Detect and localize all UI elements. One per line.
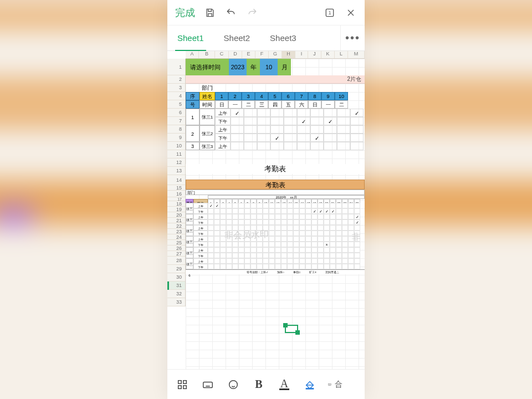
svg-rect-3 xyxy=(183,380,187,383)
row-header-29[interactable]: 29 xyxy=(167,265,185,273)
column-header-D[interactable]: D xyxy=(229,51,242,58)
row-header-7[interactable]: 7 xyxy=(167,117,185,125)
column-header-A[interactable]: A xyxy=(186,51,199,58)
column-header-H[interactable]: H xyxy=(282,51,295,58)
row-header-19[interactable]: 19 xyxy=(167,207,185,212)
row-header-27[interactable]: 27 xyxy=(167,251,185,257)
row-header-23[interactable]: 23 xyxy=(167,229,185,234)
spreadsheet-grid[interactable]: ABCDEFGHIJKLM 12345678910111213141516171… xyxy=(167,51,365,369)
merge-cells-button[interactable]: 合 xyxy=(328,377,342,392)
row-header-15[interactable]: 15 xyxy=(167,185,185,191)
bold-button[interactable]: B xyxy=(252,377,266,392)
grid-menu-icon[interactable] xyxy=(175,377,190,392)
svg-rect-8 xyxy=(329,383,331,385)
redo-icon[interactable] xyxy=(246,7,258,19)
row-header-17[interactable]: 17 xyxy=(167,197,185,201)
row-header-26[interactable]: 26 xyxy=(167,245,185,251)
svg-rect-2 xyxy=(178,380,182,383)
row-header-12[interactable]: 12 xyxy=(167,158,185,167)
row-header-22[interactable]: 22 xyxy=(167,223,185,229)
attendance-table-2: 部门2020年 xx月序号姓名1234567891011121314151617… xyxy=(186,190,365,274)
topbar: 完成 1 xyxy=(167,0,365,25)
row-header-21[interactable]: 21 xyxy=(167,218,185,223)
svg-point-7 xyxy=(229,380,238,388)
column-header-F[interactable]: F xyxy=(255,51,269,58)
row-header-8[interactable]: 8 xyxy=(167,125,185,134)
selected-cell[interactable] xyxy=(285,325,298,333)
row2-right-text: 2片仓 xyxy=(347,75,361,83)
column-header-G[interactable]: G xyxy=(269,51,282,58)
attendance-title-2-band: 考勤表 xyxy=(186,180,365,190)
emoji-icon[interactable] xyxy=(226,377,241,392)
row-header-10[interactable]: 10 xyxy=(167,142,185,150)
keyboard-icon[interactable] xyxy=(201,377,215,392)
tab-sheet2[interactable]: Sheet2 xyxy=(214,25,260,50)
tab-sheet1[interactable]: Sheet1 xyxy=(167,25,214,50)
column-header-E[interactable]: E xyxy=(242,51,255,58)
tabs-more-icon[interactable]: ••• xyxy=(340,25,365,50)
column-header-M[interactable]: M xyxy=(348,51,365,58)
row-header-28[interactable]: 28 xyxy=(167,257,185,265)
row-header-5[interactable]: 5 xyxy=(167,100,185,109)
svg-text:1: 1 xyxy=(329,10,331,16)
column-header-J[interactable]: J xyxy=(308,51,321,58)
dept-label: 部门 xyxy=(200,84,215,92)
row-header-33[interactable]: 33 xyxy=(167,298,185,306)
svg-rect-4 xyxy=(178,385,182,388)
done-button[interactable]: 完成 xyxy=(175,6,195,19)
save-icon[interactable] xyxy=(204,7,216,19)
row-header-16[interactable]: 16 xyxy=(167,191,185,197)
app-window: 完成 1 Sheet1 Sheet2 Sheet3 ••• ABCDEFGHIJ… xyxy=(167,0,365,399)
time-picker-label: 请选择时间 xyxy=(186,63,229,71)
row-header-25[interactable]: 25 xyxy=(167,240,185,245)
row-header-24[interactable]: 24 xyxy=(167,234,185,240)
row-header-30[interactable]: 30 xyxy=(167,273,185,282)
row-header-13[interactable]: 13 xyxy=(167,167,185,175)
tab-sheet3[interactable]: Sheet3 xyxy=(260,25,306,50)
row-header-6[interactable]: 6 xyxy=(167,109,185,117)
row-header-9[interactable]: 9 xyxy=(167,134,185,142)
attendance-table-1: 序姓名12345678910号时间日一二三四五六日一二1张三1上午✓✓下午✓✓2… xyxy=(186,92,365,150)
column-header-I[interactable]: I xyxy=(295,51,308,58)
column-header-K[interactable]: K xyxy=(321,51,335,58)
row-header-20[interactable]: 20 xyxy=(167,212,185,218)
year-unit: 年 xyxy=(247,63,260,71)
row-header-2[interactable]: 2 xyxy=(167,75,185,84)
column-header-B[interactable]: B xyxy=(199,51,215,58)
undo-icon[interactable] xyxy=(225,7,237,19)
row-header-4[interactable]: 4 xyxy=(167,92,185,100)
svg-rect-5 xyxy=(183,385,187,388)
month-cell[interactable]: 10 xyxy=(260,59,278,75)
row-header-31[interactable]: 31 xyxy=(167,282,185,290)
column-header-L[interactable]: L xyxy=(335,51,348,58)
merge-label: 合 xyxy=(335,380,342,390)
fill-color-button[interactable] xyxy=(303,377,317,392)
close-icon[interactable] xyxy=(345,7,357,19)
year-cell[interactable]: 2023 xyxy=(229,59,247,75)
time-picker-row: 请选择时间 2023 年 10 月 xyxy=(186,59,291,75)
row-headers[interactable]: 1234567891011121314151617181920212223242… xyxy=(167,59,186,306)
column-headers[interactable]: ABCDEFGHIJKLM xyxy=(186,51,365,59)
row-header-14[interactable]: 14 xyxy=(167,175,185,185)
attendance-title-1: 考勤表 xyxy=(186,164,365,174)
row2-band: 2片仓 xyxy=(186,75,365,84)
row-header-32[interactable]: 32 xyxy=(167,290,185,298)
row-header-18[interactable]: 18 xyxy=(167,201,185,207)
row-header-3[interactable]: 3 xyxy=(167,84,185,92)
month-unit: 月 xyxy=(278,63,291,71)
svg-rect-6 xyxy=(203,382,213,387)
column-header-C[interactable]: C xyxy=(215,51,229,58)
panel-icon[interactable]: 1 xyxy=(324,7,336,19)
row-header-11[interactable]: 11 xyxy=(167,150,185,158)
row-header-1[interactable]: 1 xyxy=(167,59,185,75)
sheet-tabs: Sheet1 Sheet2 Sheet3 ••• xyxy=(167,25,365,51)
format-toolbar: B A 合 xyxy=(167,369,365,399)
font-color-button[interactable]: A xyxy=(277,377,291,392)
